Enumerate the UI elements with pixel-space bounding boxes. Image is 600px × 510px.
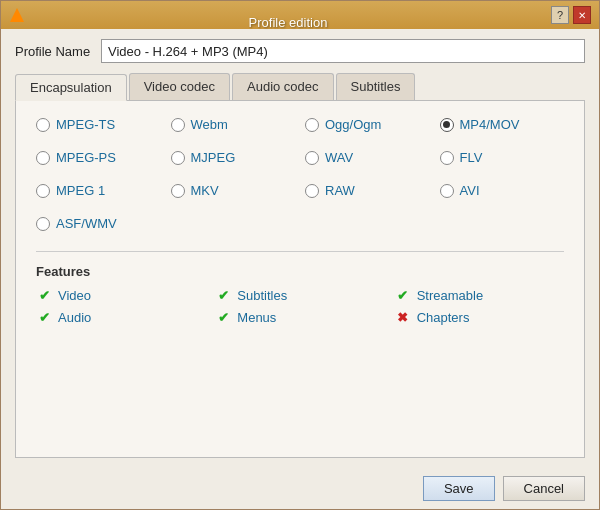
tab-audio-codec[interactable]: Audio codec [232, 73, 334, 100]
radio-ogg-ogm[interactable] [305, 118, 319, 132]
radio-raw[interactable] [305, 184, 319, 198]
close-button[interactable]: ✕ [573, 6, 591, 24]
label-mp4-mov: MP4/MOV [460, 117, 520, 132]
label-ogg-ogm: Ogg/Ogm [325, 117, 381, 132]
feature-menus: ✔ Menus [215, 309, 384, 325]
label-feature-video: Video [58, 288, 91, 303]
label-feature-subtitles: Subtitles [237, 288, 287, 303]
check-icon-streamable: ✔ [395, 287, 411, 303]
feature-video: ✔ Video [36, 287, 205, 303]
radio-wav[interactable] [305, 151, 319, 165]
label-raw: RAW [325, 183, 355, 198]
radio-mpeg-ps[interactable] [36, 151, 50, 165]
label-mjpeg: MJPEG [191, 150, 236, 165]
titlebar: Profile edition ? ✕ [1, 1, 599, 29]
label-avi: AVI [460, 183, 480, 198]
format-wav[interactable]: WAV [305, 150, 430, 165]
radio-mjpeg[interactable] [171, 151, 185, 165]
titlebar-buttons: ? ✕ [551, 6, 591, 24]
format-mpeg-1[interactable]: MPEG 1 [36, 183, 161, 198]
format-asf-wmv[interactable]: ASF/WMV [36, 216, 161, 231]
radio-flv[interactable] [440, 151, 454, 165]
radio-asf-wmv[interactable] [36, 217, 50, 231]
tab-content-encapsulation: MPEG-TS Webm Ogg/Ogm MP4/MOV [15, 101, 585, 458]
profile-name-label: Profile Name [15, 44, 93, 59]
dialog-window: Profile edition ? ✕ Profile Name Encapsu… [0, 0, 600, 510]
encapsulation-formats: MPEG-TS Webm Ogg/Ogm MP4/MOV [36, 117, 564, 231]
format-ogg-ogm[interactable]: Ogg/Ogm [305, 117, 430, 132]
tabs-container: Encapsulation Video codec Audio codec Su… [15, 73, 585, 458]
bottom-bar: Save Cancel [1, 468, 599, 509]
format-raw[interactable]: RAW [305, 183, 430, 198]
label-mpeg-ts: MPEG-TS [56, 117, 115, 132]
save-button[interactable]: Save [423, 476, 495, 501]
label-wav: WAV [325, 150, 353, 165]
features-section: Features ✔ Video ✔ Subtitles ✔ Streamabl [36, 251, 564, 325]
tab-encapsulation[interactable]: Encapsulation [15, 74, 127, 101]
label-feature-menus: Menus [237, 310, 276, 325]
radio-mp4-mov[interactable] [440, 118, 454, 132]
features-title: Features [36, 264, 564, 279]
check-icon-menus: ✔ [215, 309, 231, 325]
label-mpeg-1: MPEG 1 [56, 183, 105, 198]
format-mpeg-ps[interactable]: MPEG-PS [36, 150, 161, 165]
check-icon-video: ✔ [36, 287, 52, 303]
format-mkv[interactable]: MKV [171, 183, 296, 198]
label-feature-audio: Audio [58, 310, 91, 325]
label-flv: FLV [460, 150, 483, 165]
format-mpeg-ts[interactable]: MPEG-TS [36, 117, 161, 132]
feature-audio: ✔ Audio [36, 309, 205, 325]
check-icon-subtitles: ✔ [215, 287, 231, 303]
format-avi[interactable]: AVI [440, 183, 565, 198]
format-webm[interactable]: Webm [171, 117, 296, 132]
help-button[interactable]: ? [551, 6, 569, 24]
label-feature-streamable: Streamable [417, 288, 483, 303]
feature-streamable: ✔ Streamable [395, 287, 564, 303]
cancel-button[interactable]: Cancel [503, 476, 585, 501]
feature-chapters: ✖ Chapters [395, 309, 564, 325]
radio-mpeg-1[interactable] [36, 184, 50, 198]
cross-icon-chapters: ✖ [395, 309, 411, 325]
label-mkv: MKV [191, 183, 219, 198]
features-grid: ✔ Video ✔ Subtitles ✔ Streamable ✔ [36, 287, 564, 325]
profile-name-input[interactable] [101, 39, 585, 63]
label-webm: Webm [191, 117, 228, 132]
tab-subtitles[interactable]: Subtitles [336, 73, 416, 100]
format-flv[interactable]: FLV [440, 150, 565, 165]
titlebar-left [9, 7, 25, 23]
format-mp4-mov[interactable]: MP4/MOV [440, 117, 565, 132]
check-icon-audio: ✔ [36, 309, 52, 325]
dialog-content: Profile Name Encapsulation Video codec A… [1, 29, 599, 468]
dialog-title: Profile edition [249, 15, 328, 30]
feature-subtitles: ✔ Subtitles [215, 287, 384, 303]
label-mpeg-ps: MPEG-PS [56, 150, 116, 165]
format-mjpeg[interactable]: MJPEG [171, 150, 296, 165]
label-asf-wmv: ASF/WMV [56, 216, 117, 231]
radio-mpeg-ts[interactable] [36, 118, 50, 132]
vlc-icon [9, 7, 25, 23]
profile-name-row: Profile Name [15, 39, 585, 63]
label-feature-chapters: Chapters [417, 310, 470, 325]
radio-webm[interactable] [171, 118, 185, 132]
radio-avi[interactable] [440, 184, 454, 198]
tab-bar: Encapsulation Video codec Audio codec Su… [15, 73, 585, 101]
tab-video-codec[interactable]: Video codec [129, 73, 230, 100]
radio-mkv[interactable] [171, 184, 185, 198]
